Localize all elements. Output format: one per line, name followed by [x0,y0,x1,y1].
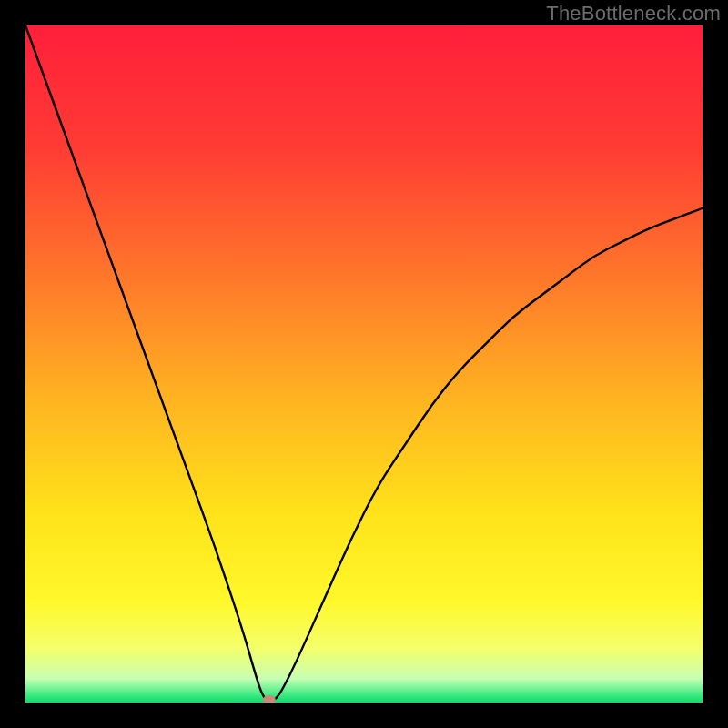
watermark-text: TheBottleneck.com [546,2,721,25]
bottleneck-chart [25,25,703,703]
chart-frame: TheBottleneck.com [0,0,728,728]
gradient-background [25,25,703,703]
plot-area [25,25,703,703]
